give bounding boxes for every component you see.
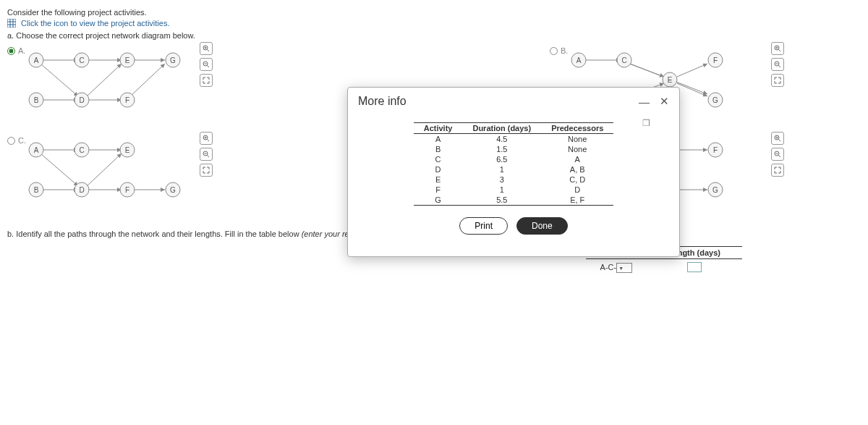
svg-text:E: E [125, 56, 130, 64]
svg-text:F: F [713, 56, 718, 64]
svg-line-32 [208, 66, 210, 68]
modal-title: More info [358, 95, 407, 108]
copy-icon[interactable]: ❐ [642, 118, 650, 128]
zoom-out-icon[interactable] [771, 58, 784, 71]
part-a-text: Choose the correct project network diagr… [16, 31, 195, 40]
svg-text:D: D [79, 186, 84, 194]
svg-line-112 [779, 140, 781, 142]
svg-line-40 [87, 153, 122, 186]
svg-line-60 [208, 156, 210, 158]
svg-text:A: A [34, 146, 39, 154]
radio-option-c[interactable] [7, 137, 15, 145]
svg-text:E: E [125, 146, 130, 154]
svg-text:F: F [125, 186, 129, 194]
svg-line-39 [41, 153, 78, 186]
svg-line-10 [41, 64, 78, 96]
zoom-in-icon[interactable] [200, 132, 213, 145]
svg-text:A: A [576, 56, 582, 64]
table-row: D1A, B [414, 164, 614, 174]
svg-text:F: F [713, 146, 718, 154]
svg-text:B: B [34, 186, 39, 194]
table-row: A4.5None [414, 134, 614, 145]
expand-icon[interactable] [200, 74, 213, 87]
activities-grid-icon[interactable] [7, 19, 16, 29]
part-b-text: Identify all the paths through the netwo… [16, 230, 301, 238]
expand-icon[interactable] [771, 164, 784, 177]
intro-line-1: Consider the following project activitie… [7, 8, 861, 17]
svg-text:G: G [170, 56, 176, 64]
col-activity: Activity [414, 123, 463, 134]
activities-table: Activity Duration (days) Predecessors A4… [414, 122, 614, 206]
svg-line-12 [130, 64, 165, 96]
zoom-out-icon[interactable] [771, 148, 784, 161]
svg-text:E: E [668, 76, 673, 84]
svg-line-56 [208, 140, 210, 142]
view-activities-link[interactable]: Click the icon to view the project activ… [21, 19, 169, 28]
svg-line-116 [779, 156, 781, 158]
table-row: C6.5A [414, 154, 614, 164]
table-row: F1D [414, 185, 614, 195]
svg-text:B: B [34, 96, 39, 104]
svg-line-11 [87, 64, 122, 96]
close-icon[interactable]: ✕ [660, 95, 669, 108]
svg-text:G: G [712, 186, 718, 194]
zoom-in-icon[interactable] [771, 132, 784, 145]
svg-line-88 [779, 66, 781, 68]
col-predecessors: Predecessors [541, 123, 613, 134]
svg-text:G: G [712, 96, 718, 104]
svg-text:A: A [34, 56, 39, 64]
table-row: G5.5E, F [414, 195, 614, 206]
more-info-modal: More info — ✕ ❐ Activity Duration (days)… [347, 87, 680, 257]
expand-icon[interactable] [200, 164, 213, 177]
table-row: B1.5None [414, 144, 614, 154]
network-diagram-c: A C E B D F G [20, 132, 208, 211]
svg-text:C: C [79, 56, 84, 64]
svg-text:G: G [170, 186, 176, 194]
svg-text:C: C [621, 56, 626, 64]
length-input[interactable] [687, 262, 702, 272]
svg-line-84 [779, 50, 781, 52]
expand-icon[interactable] [771, 74, 784, 87]
path-next-dropdown[interactable] [616, 263, 632, 273]
svg-line-66 [677, 83, 707, 96]
svg-rect-0 [7, 19, 16, 28]
svg-text:C: C [79, 146, 84, 154]
network-diagram-a: A C E G B D F [20, 42, 208, 122]
minimize-icon[interactable]: — [639, 96, 650, 108]
col-duration: Duration (days) [462, 123, 541, 134]
print-button[interactable]: Print [459, 217, 508, 235]
part-b-prefix: b. [7, 230, 16, 238]
table-row: A-C- [586, 259, 742, 277]
zoom-out-icon[interactable] [200, 58, 213, 71]
path-prefix: A-C- [600, 263, 617, 272]
radio-option-b[interactable] [550, 47, 558, 55]
zoom-in-icon[interactable] [771, 42, 784, 55]
table-row: E3C, D [414, 174, 614, 185]
svg-line-28 [208, 50, 210, 52]
zoom-in-icon[interactable] [200, 42, 213, 55]
part-a-prefix: a. [7, 31, 16, 40]
svg-line-65 [677, 64, 707, 77]
svg-text:D: D [79, 96, 84, 104]
radio-option-a[interactable] [7, 47, 15, 55]
svg-text:F: F [125, 96, 129, 104]
done-button[interactable]: Done [516, 217, 568, 235]
zoom-out-icon[interactable] [200, 148, 213, 161]
